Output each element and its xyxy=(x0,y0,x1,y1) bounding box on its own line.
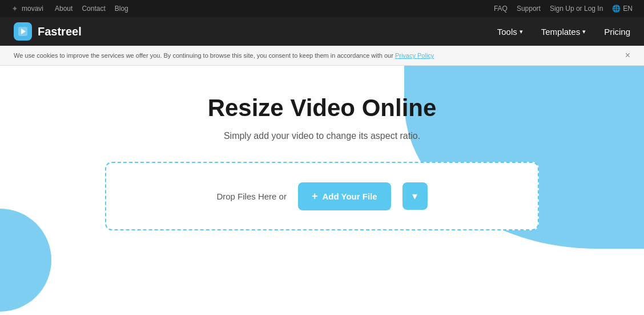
cookie-banner: We use cookies to improve the services w… xyxy=(0,46,644,66)
tools-chevron: ▾ xyxy=(520,28,523,35)
main-nav: Fastreel Tools ▾ Templates ▾ Pricing xyxy=(0,17,644,46)
topbar-left: ✦ movavi About Contact Blog xyxy=(11,4,128,13)
hero-section: Resize Video Online Simply add your vide… xyxy=(0,66,644,312)
brand-name: Fastreel xyxy=(38,25,82,38)
plus-icon: + xyxy=(312,190,318,202)
topbar: ✦ movavi About Contact Blog FAQ Support … xyxy=(0,0,644,17)
movavi-logo: ✦ movavi xyxy=(11,4,43,13)
nav-support[interactable]: Support xyxy=(517,5,541,13)
nav-templates[interactable]: Templates ▾ xyxy=(541,27,586,37)
cookie-text: We use cookies to improve the services w… xyxy=(14,52,434,59)
hero-content: Resize Video Online Simply add your vide… xyxy=(0,94,644,162)
hero-title: Resize Video Online xyxy=(0,94,644,122)
brand-link[interactable]: Fastreel xyxy=(14,22,82,41)
brand-icon xyxy=(14,22,32,41)
blob-bottom-left xyxy=(0,209,51,312)
nav-pricing[interactable]: Pricing xyxy=(604,27,630,37)
drop-label: Drop Files Here or xyxy=(216,192,287,201)
topbar-nav: About Contact Blog xyxy=(55,5,128,13)
chevron-down-icon: ▾ xyxy=(412,190,417,202)
movavi-icon: ✦ xyxy=(11,4,18,13)
privacy-policy-link[interactable]: Privacy Policy xyxy=(395,52,434,59)
nav-tools[interactable]: Tools ▾ xyxy=(497,27,523,37)
topbar-right: FAQ Support Sign Up or Log In 🌐 EN xyxy=(494,5,633,13)
mainnav-links: Tools ▾ Templates ▾ Pricing xyxy=(497,27,630,37)
add-file-label: Add Your File xyxy=(322,192,377,201)
templates-chevron: ▾ xyxy=(582,28,586,35)
drop-zone[interactable]: Drop Files Here or + Add Your File ▾ xyxy=(105,162,539,230)
add-file-dropdown-button[interactable]: ▾ xyxy=(402,182,428,210)
cookie-close-button[interactable]: × xyxy=(625,50,630,61)
nav-contact[interactable]: Contact xyxy=(82,5,105,13)
nav-blog[interactable]: Blog xyxy=(115,5,128,13)
hero-subtitle: Simply add your video to change its aspe… xyxy=(0,131,644,141)
lang-label: EN xyxy=(623,5,633,13)
nav-signin[interactable]: Sign Up or Log In xyxy=(550,5,603,13)
globe-icon: 🌐 xyxy=(612,5,621,13)
add-file-button[interactable]: + Add Your File xyxy=(298,182,391,210)
nav-about[interactable]: About xyxy=(55,5,73,13)
nav-faq[interactable]: FAQ xyxy=(494,5,508,13)
language-selector[interactable]: 🌐 EN xyxy=(612,5,633,13)
movavi-label: movavi xyxy=(22,5,43,13)
